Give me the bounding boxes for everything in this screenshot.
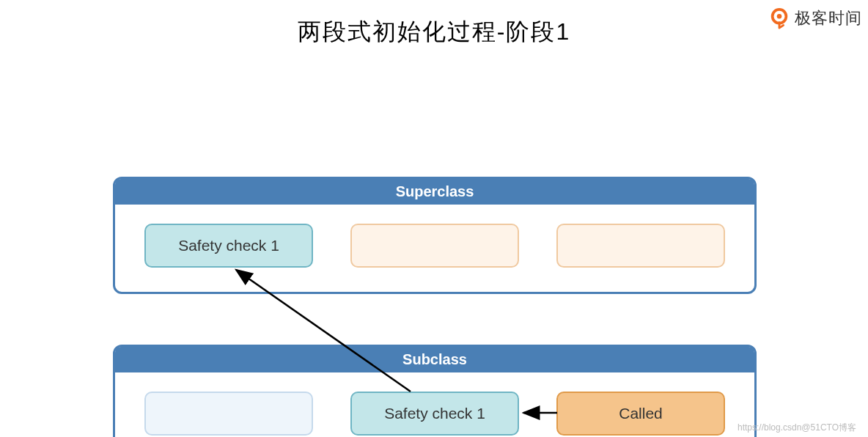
subclass-cell-safety-check: Safety check 1 — [350, 392, 519, 436]
diagram-container: Superclass Safety check 1 Subclass Safet… — [0, 48, 868, 415]
geektime-icon — [768, 7, 790, 29]
svg-point-1 — [777, 14, 782, 19]
superclass-cell-empty-1 — [350, 224, 519, 268]
brand-logo: 极客时间 — [768, 7, 862, 29]
subclass-cell-empty — [144, 392, 313, 436]
subclass-cell-called: Called — [556, 392, 725, 436]
superclass-box: Superclass Safety check 1 — [113, 177, 757, 294]
superclass-cell-safety-check: Safety check 1 — [144, 224, 313, 268]
subclass-body: Safety check 1 Called — [115, 372, 754, 437]
superclass-body: Safety check 1 — [115, 205, 754, 287]
watermark-text: https://blog.csdn@51CTO博客 — [738, 422, 856, 434]
superclass-cell-empty-2 — [556, 224, 725, 268]
page-title: 两段式初始化过程-阶段1 — [0, 16, 868, 48]
subclass-box: Subclass Safety check 1 Called — [113, 345, 757, 437]
brand-text: 极客时间 — [795, 7, 862, 29]
subclass-header: Subclass — [115, 347, 754, 372]
superclass-header: Superclass — [115, 179, 754, 205]
